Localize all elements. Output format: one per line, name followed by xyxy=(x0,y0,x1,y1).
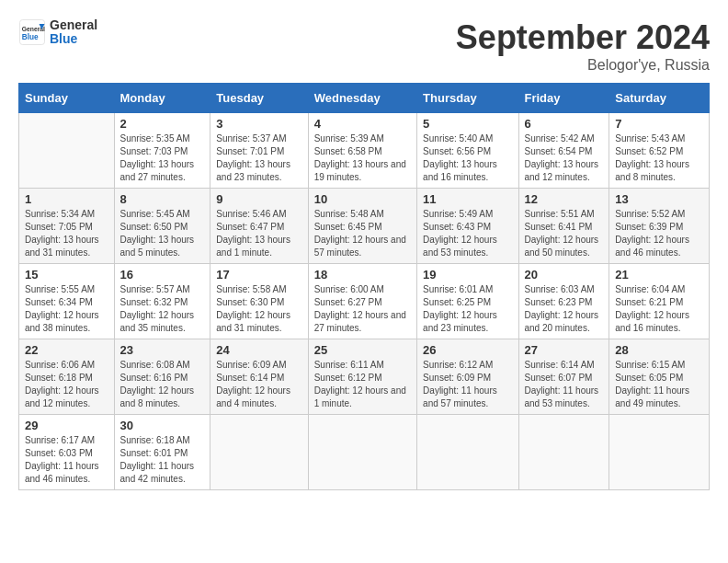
calendar-cell xyxy=(210,415,308,490)
day-info: Sunrise: 5:43 AMSunset: 6:52 PMDaylight:… xyxy=(615,133,689,182)
day-number: 1 xyxy=(25,192,108,206)
day-info: Sunrise: 5:49 AMSunset: 6:43 PMDaylight:… xyxy=(423,209,497,258)
day-number: 3 xyxy=(216,117,301,131)
weekday-header: Friday xyxy=(518,84,609,113)
calendar-cell: 30 Sunrise: 6:18 AMSunset: 6:01 PMDaylig… xyxy=(114,415,210,490)
weekday-header: Thursday xyxy=(417,84,518,113)
day-number: 10 xyxy=(314,192,411,206)
day-number: 12 xyxy=(525,192,604,206)
day-info: Sunrise: 5:51 AMSunset: 6:41 PMDaylight:… xyxy=(525,209,599,258)
day-number: 8 xyxy=(120,192,205,206)
weekday-header: Monday xyxy=(114,84,210,113)
calendar-cell: 4 Sunrise: 5:39 AMSunset: 6:58 PMDayligh… xyxy=(308,113,416,189)
day-info: Sunrise: 5:52 AMSunset: 6:39 PMDaylight:… xyxy=(615,209,689,258)
svg-text:Blue: Blue xyxy=(22,33,39,41)
day-number: 7 xyxy=(615,117,703,131)
day-number: 23 xyxy=(120,343,205,357)
day-number: 5 xyxy=(423,117,512,131)
calendar-table: SundayMondayTuesdayWednesdayThursdayFrid… xyxy=(18,83,710,490)
day-number: 16 xyxy=(120,268,205,282)
calendar-cell xyxy=(19,113,115,189)
day-info: Sunrise: 5:45 AMSunset: 6:50 PMDaylight:… xyxy=(120,209,195,258)
day-number: 28 xyxy=(615,343,703,357)
calendar-cell xyxy=(609,415,710,490)
calendar-cell: 20 Sunrise: 6:03 AMSunset: 6:23 PMDaylig… xyxy=(518,264,609,339)
day-info: Sunrise: 6:11 AMSunset: 6:12 PMDaylight:… xyxy=(314,360,406,408)
day-info: Sunrise: 5:58 AMSunset: 6:30 PMDaylight:… xyxy=(216,284,290,333)
day-number: 18 xyxy=(314,268,411,282)
day-info: Sunrise: 6:06 AMSunset: 6:18 PMDaylight:… xyxy=(25,360,99,408)
calendar-cell: 9 Sunrise: 5:46 AMSunset: 6:47 PMDayligh… xyxy=(210,189,308,264)
day-info: Sunrise: 6:15 AMSunset: 6:05 PMDaylight:… xyxy=(615,360,689,408)
calendar-cell: 15 Sunrise: 5:55 AMSunset: 6:34 PMDaylig… xyxy=(19,264,115,339)
calendar-cell: 27 Sunrise: 6:14 AMSunset: 6:07 PMDaylig… xyxy=(518,339,609,415)
day-number: 13 xyxy=(615,192,703,206)
calendar-cell: 2 Sunrise: 5:35 AMSunset: 7:03 PMDayligh… xyxy=(114,113,210,189)
logo-icon: General Blue xyxy=(18,18,46,46)
logo-blue: Blue xyxy=(50,31,77,46)
day-number: 24 xyxy=(216,343,301,357)
day-number: 6 xyxy=(525,117,604,131)
calendar-cell: 22 Sunrise: 6:06 AMSunset: 6:18 PMDaylig… xyxy=(19,339,115,415)
day-number: 29 xyxy=(25,419,108,432)
day-number: 19 xyxy=(423,268,512,282)
weekday-header: Saturday xyxy=(609,84,710,113)
weekday-header: Wednesday xyxy=(308,84,416,113)
day-number: 20 xyxy=(525,268,604,282)
day-number: 9 xyxy=(216,192,301,206)
calendar-cell: 28 Sunrise: 6:15 AMSunset: 6:05 PMDaylig… xyxy=(609,339,710,415)
day-info: Sunrise: 6:08 AMSunset: 6:16 PMDaylight:… xyxy=(120,360,195,408)
calendar-cell xyxy=(417,415,518,490)
day-info: Sunrise: 5:55 AMSunset: 6:34 PMDaylight:… xyxy=(25,284,99,333)
day-info: Sunrise: 5:48 AMSunset: 6:45 PMDaylight:… xyxy=(314,209,406,258)
calendar-week-row: 1 Sunrise: 5:34 AMSunset: 7:05 PMDayligh… xyxy=(19,189,710,264)
day-info: Sunrise: 5:40 AMSunset: 6:56 PMDaylight:… xyxy=(423,133,497,182)
day-info: Sunrise: 6:01 AMSunset: 6:25 PMDaylight:… xyxy=(423,284,497,333)
day-number: 21 xyxy=(615,268,703,282)
calendar-cell: 16 Sunrise: 5:57 AMSunset: 6:32 PMDaylig… xyxy=(114,264,210,339)
calendar-cell: 26 Sunrise: 6:12 AMSunset: 6:09 PMDaylig… xyxy=(417,339,518,415)
calendar-cell: 7 Sunrise: 5:43 AMSunset: 6:52 PMDayligh… xyxy=(609,113,710,189)
day-info: Sunrise: 6:04 AMSunset: 6:21 PMDaylight:… xyxy=(615,284,689,333)
logo-general: General xyxy=(50,17,97,32)
calendar-cell: 18 Sunrise: 6:00 AMSunset: 6:27 PMDaylig… xyxy=(308,264,416,339)
day-info: Sunrise: 6:17 AMSunset: 6:03 PMDaylight:… xyxy=(25,435,99,484)
day-info: Sunrise: 5:34 AMSunset: 7:05 PMDaylight:… xyxy=(25,209,99,258)
day-number: 17 xyxy=(216,268,301,282)
calendar-week-row: 29 Sunrise: 6:17 AMSunset: 6:03 PMDaylig… xyxy=(19,415,710,490)
weekday-header: Sunday xyxy=(19,84,115,113)
day-info: Sunrise: 5:37 AMSunset: 7:01 PMDaylight:… xyxy=(216,133,290,182)
calendar-week-row: 15 Sunrise: 5:55 AMSunset: 6:34 PMDaylig… xyxy=(19,264,710,339)
calendar-cell xyxy=(518,415,609,490)
weekday-header: Tuesday xyxy=(210,84,308,113)
day-number: 25 xyxy=(314,343,411,357)
day-info: Sunrise: 6:12 AMSunset: 6:09 PMDaylight:… xyxy=(423,360,497,408)
calendar-cell: 24 Sunrise: 6:09 AMSunset: 6:14 PMDaylig… xyxy=(210,339,308,415)
day-number: 22 xyxy=(25,343,108,357)
day-number: 4 xyxy=(314,117,411,131)
location-title: Belogor'ye, Russia xyxy=(456,57,710,74)
calendar-cell: 6 Sunrise: 5:42 AMSunset: 6:54 PMDayligh… xyxy=(518,113,609,189)
day-number: 11 xyxy=(423,192,512,206)
calendar-cell: 17 Sunrise: 5:58 AMSunset: 6:30 PMDaylig… xyxy=(210,264,308,339)
day-info: Sunrise: 5:42 AMSunset: 6:54 PMDaylight:… xyxy=(525,133,599,182)
calendar-cell: 11 Sunrise: 5:49 AMSunset: 6:43 PMDaylig… xyxy=(417,189,518,264)
calendar-cell: 10 Sunrise: 5:48 AMSunset: 6:45 PMDaylig… xyxy=(308,189,416,264)
calendar-week-row: 22 Sunrise: 6:06 AMSunset: 6:18 PMDaylig… xyxy=(19,339,710,415)
calendar-cell: 1 Sunrise: 5:34 AMSunset: 7:05 PMDayligh… xyxy=(19,189,115,264)
calendar-cell: 25 Sunrise: 6:11 AMSunset: 6:12 PMDaylig… xyxy=(308,339,416,415)
weekday-header-row: SundayMondayTuesdayWednesdayThursdayFrid… xyxy=(19,84,710,113)
calendar-cell: 21 Sunrise: 6:04 AMSunset: 6:21 PMDaylig… xyxy=(609,264,710,339)
day-info: Sunrise: 6:00 AMSunset: 6:27 PMDaylight:… xyxy=(314,284,406,333)
calendar-cell: 3 Sunrise: 5:37 AMSunset: 7:01 PMDayligh… xyxy=(210,113,308,189)
day-info: Sunrise: 5:57 AMSunset: 6:32 PMDaylight:… xyxy=(120,284,195,333)
day-info: Sunrise: 5:46 AMSunset: 6:47 PMDaylight:… xyxy=(216,209,290,258)
day-number: 30 xyxy=(120,419,205,432)
day-info: Sunrise: 6:03 AMSunset: 6:23 PMDaylight:… xyxy=(525,284,599,333)
logo: General Blue General Blue xyxy=(18,18,97,47)
calendar-cell: 19 Sunrise: 6:01 AMSunset: 6:25 PMDaylig… xyxy=(417,264,518,339)
day-info: Sunrise: 6:09 AMSunset: 6:14 PMDaylight:… xyxy=(216,360,290,408)
month-title: September 2024 xyxy=(456,18,710,57)
calendar-cell: 29 Sunrise: 6:17 AMSunset: 6:03 PMDaylig… xyxy=(19,415,115,490)
day-info: Sunrise: 6:18 AMSunset: 6:01 PMDaylight:… xyxy=(120,435,195,484)
